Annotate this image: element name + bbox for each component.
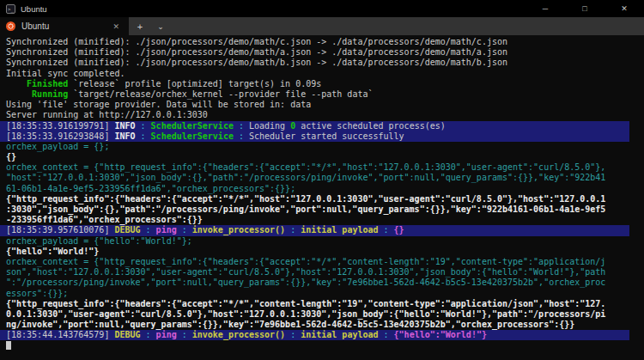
maximize-button[interactable]: □ [565,0,605,17]
terminal-text-segment: Synchronized (minified): ./json/processo… [6,47,507,57]
new-tab-button[interactable]: + [129,17,151,35]
terminal-line: Synchronized (minified): ./json/processo… [0,37,629,47]
tab-ubuntu[interactable]: Ubuntu ✕ [0,17,129,35]
terminal-line: ng/invoke","port":null,"query_params":{}… [0,320,629,330]
terminal-text-segment: {} [394,225,404,235]
terminal-line: -233956ff1da6","orchex_processors":{}} [0,215,629,225]
terminal-text-segment: SchedulerService [151,121,234,131]
terminal-text-segment: [18:35:44.143764579] [6,330,114,339]
terminal-line: Initial sync completed. [0,69,629,79]
terminal-text-segment: ping [156,330,177,339]
terminal-line: {"http_request_info":{"headers":{"accept… [0,194,629,204]
terminal-text-segment: : [141,330,156,339]
terminal-text-segment: orchex_payload = {"hello":"World!"}; [6,236,192,246]
terminal-line: Running `target/release/orchex_kernel --… [0,89,629,100]
terminal-text-segment: "host":"127.0.0.1:3030","json_body":{},"… [6,173,605,182]
terminal-line: {"http_request_info":{"headers":{"accept… [0,299,629,309]
terminal-text-segment: :3030","json_body":{},"path":"/processor… [6,204,605,214]
terminal-line: ":"/processors/ping/invoke","port":null,… [0,278,629,288]
terminal-text-segment: 61-06b1-4a1e-9ef5-233956ff1da6","orchex_… [6,184,295,193]
terminal-line: Server running at http://127.0.0.1:3030 [0,110,629,120]
terminal-line: orchex_payload = {}; [0,142,629,152]
ubuntu-logo-icon [6,21,15,31]
window-title: Ubuntu [21,4,47,14]
title-bar: >_ Ubuntu ─ □ ✕ [0,0,644,17]
terminal-text-segment: : [234,131,249,141]
terminal-text-segment: : [234,121,249,131]
terminal-text-segment: : [285,330,301,339]
log-line: [18:35:39.957610076] DEBUG : ping : invo… [0,225,629,235]
terminal-line: Synchronized (minified): ./json/processo… [0,47,629,58]
terminal-line: essors":{}}; [0,289,629,299]
terminal-text-segment: DEBUG [114,225,140,235]
tab-bar-spacer [170,17,644,35]
window-controls: ─ □ ✕ [526,0,644,17]
tab-close-icon[interactable]: ✕ [109,21,123,33]
terminal-text-segment: INFO [114,121,135,131]
terminal-text-segment: Loading [249,121,290,131]
minimize-button[interactable]: ─ [526,0,565,17]
terminal-text-segment: orchex_payload = {}; [6,142,109,151]
tab-dropdown-button[interactable]: ⌄ [151,17,170,35]
terminal-text-segment: Initial sync completed. [6,69,125,78]
terminal-text-segment: : [379,330,394,339]
terminal-text-segment: orchex_context = {"http_request_info":{"… [6,162,605,172]
terminal-line: {} [0,152,629,162]
terminal-line: 61-06b1-4a1e-9ef5-233956ff1da6","orchex_… [0,184,629,194]
terminal-text-segment: `release` profile [optimized] target(s) … [68,79,321,88]
terminal-text-segment: [18:35:33.916293848] [6,131,114,141]
terminal-text-segment: Synchronized (minified): ./json/processo… [6,58,507,67]
terminal-text-segment: : [177,225,192,235]
log-line: [18:35:33.916199791] INFO : SchedulerSer… [0,121,629,131]
terminal-line: son","host":"127.0.0.1:3030","user-agent… [0,267,629,278]
terminal-text-segment: {"http_request_info":{"headers":{"accept… [6,194,605,204]
terminal-text-segment: : [136,121,151,131]
terminal-output[interactable]: Synchronized (minified): ./json/processo… [0,35,644,360]
terminal-line [0,340,629,351]
terminal-text-segment: 0.0.1:3030","user-agent":"curl/8.5.0"},"… [6,309,605,319]
terminal-cursor [6,341,11,351]
terminal-line: :3030","json_body":{},"path":"/processor… [0,204,629,215]
terminal-line: orchex_payload = {"hello":"World!"}; [0,236,629,247]
terminal-text-segment: Using 'file' storage provider. Data will… [6,100,311,109]
terminal-line: "host":"127.0.0.1:3030","json_body":{},"… [0,173,629,183]
terminal-text-segment: {"hello":"World!"} [6,247,99,256]
terminal-text-segment: -233956ff1da6","orchex_processors":{}} [6,215,203,224]
terminal-line: {"hello":"World!"} [0,247,629,257]
terminal-text-segment: son","host":"127.0.0.1:3030","user-agent… [6,267,605,277]
terminal-text-segment: Running [6,89,68,99]
terminal-text-segment: ng/invoke","port":null,"query_params":{}… [6,320,574,329]
terminal-text-segment: Server running at http://127.0.0.1:3030 [6,110,208,119]
app-terminal-icon: >_ [6,4,15,14]
terminal-text-segment: ":"/processors/ping/invoke","port":null,… [6,278,605,287]
terminal-text-segment: invoke_processor() [192,225,285,235]
terminal-text-segment: SchedulerService [151,131,234,141]
terminal-text-segment: {} [6,152,16,162]
log-line: [18:35:33.916293848] INFO : SchedulerSer… [0,131,629,142]
terminal-text-segment: Finished [6,79,68,88]
terminal-text-segment: orchex_context = {"http_request_info":{"… [6,257,605,266]
close-button[interactable]: ✕ [605,0,644,17]
terminal-text-segment: {"hello":"World!"} [394,330,487,339]
terminal-text-segment: : [136,131,151,141]
terminal-line: Using 'file' storage provider. Data will… [0,100,629,110]
terminal-text-segment: Scheduler started successfully [249,131,404,141]
terminal-text-segment: : [285,225,301,235]
terminal-text-segment: essors":{}}; [6,289,68,298]
terminal-text-segment: INFO [114,131,135,141]
terminal-text-segment: [18:35:33.916199791] [6,121,114,131]
tab-label: Ubuntu [21,21,49,31]
terminal-text-segment: : [177,330,192,339]
terminal-line: 0.0.1:3030","user-agent":"curl/8.5.0"},"… [0,309,629,320]
terminal-text-segment: `target/release/orchex_kernel --provider… [68,89,373,99]
terminal-text-segment: ping [156,225,177,235]
terminal-text-segment: initial payload [301,225,378,235]
terminal-text-segment: invoke_processor() [192,330,285,339]
terminal-text-segment: : [141,225,156,235]
terminal-line: orchex_context = {"http_request_info":{"… [0,162,629,173]
terminal-text-segment: DEBUG [114,330,140,339]
terminal-text-segment: initial payload [301,330,378,339]
terminal-line: orchex_context = {"http_request_info":{"… [0,257,629,267]
terminal-text-segment: : [379,225,394,235]
terminal-text-segment: active scheduled process(es) [295,121,446,131]
